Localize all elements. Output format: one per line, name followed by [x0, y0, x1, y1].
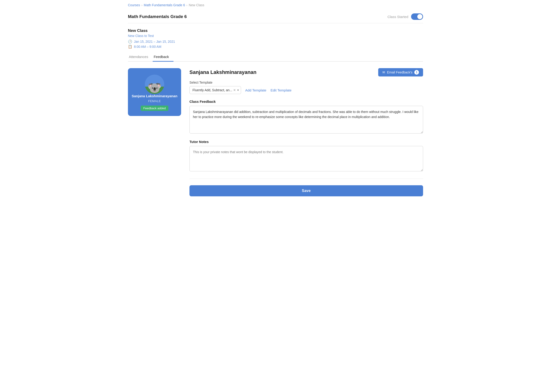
template-row: Fluently Add, Subtract, an... ✕ ▾ Add Te… — [189, 86, 423, 94]
breadcrumb-courses[interactable]: Courses — [128, 3, 140, 7]
template-select-wrapper: Fluently Add, Subtract, an... ✕ ▾ — [189, 86, 241, 94]
student-card: 🐨 Sanjana Lakshminarayanan FEMALE Feedba… — [128, 68, 181, 116]
breadcrumb: Courses › Math Fundamentals Grade 6 › Ne… — [128, 0, 423, 9]
tabs: Attendances Feedback — [128, 52, 423, 62]
class-name: New Class — [128, 28, 423, 33]
feedback-form: Sanjana Lakshminarayanan ✉ Email Feedbac… — [189, 68, 423, 196]
template-section: Select Template Fluently Add, Subtract, … — [189, 81, 423, 94]
breadcrumb-sep-2: › — [186, 3, 187, 7]
avatar: 🐨 — [145, 75, 164, 94]
clock-icon: 🕐 — [128, 40, 132, 44]
student-gender: FEMALE — [148, 99, 161, 103]
main-content: 🐨 Sanjana Lakshminarayanan FEMALE Feedba… — [128, 68, 423, 196]
select-template-label: Select Template — [189, 81, 423, 84]
breadcrumb-current: New Class — [189, 3, 204, 7]
class-feedback-label: Class Feedback — [189, 99, 423, 104]
class-started-area: Class Started — [387, 14, 423, 20]
class-feedback-textarea[interactable] — [189, 106, 423, 133]
tutor-notes-section: Tutor Notes — [189, 140, 423, 172]
tab-attendances[interactable]: Attendances — [128, 52, 153, 62]
class-date-row: 🕐 Jan 15, 2021 – Jan 15, 2021 — [128, 40, 423, 44]
email-feedback-button[interactable]: ✉ Email Feedback's 1 — [378, 68, 423, 77]
class-subtitle: New Class to Test — [128, 34, 423, 38]
class-feedback-section: Class Feedback — [189, 99, 423, 134]
class-meta: 🕐 Jan 15, 2021 – Jan 15, 2021 📋 8:00 AM … — [128, 40, 423, 49]
class-started-toggle[interactable] — [411, 14, 423, 20]
add-template-link[interactable]: Add Template — [245, 88, 266, 92]
course-title: Math Fundamentals Grade 6 — [128, 14, 187, 19]
email-count-badge: 1 — [414, 70, 419, 75]
edit-template-link[interactable]: Edit Template — [270, 88, 291, 92]
class-started-label: Class Started — [387, 15, 408, 19]
header-bar: Math Fundamentals Grade 6 Class Started — [128, 9, 423, 23]
divider — [189, 179, 423, 179]
feedback-badge: Feedback added — [141, 105, 169, 111]
breadcrumb-course[interactable]: Math Fundamentals Grade 6 — [144, 3, 185, 7]
class-date: Jan 15, 2021 – Jan 15, 2021 — [134, 40, 175, 43]
student-card-name: Sanjana Lakshminarayanan — [132, 94, 177, 98]
class-time: 8:00 AM – 9:00 AM — [134, 45, 161, 49]
breadcrumb-sep-1: › — [141, 3, 142, 7]
class-info: New Class New Class to Test 🕐 Jan 15, 20… — [128, 23, 423, 52]
save-button[interactable]: Save — [189, 185, 423, 196]
tab-feedback[interactable]: Feedback — [153, 52, 174, 62]
email-button-label: Email Feedback's — [387, 70, 413, 74]
calendar-icon: 📋 — [128, 45, 132, 49]
student-full-name: Sanjana Lakshminarayanan — [189, 69, 257, 75]
koala-icon: 🐨 — [147, 82, 162, 94]
feedback-form-header: Sanjana Lakshminarayanan ✉ Email Feedbac… — [189, 68, 423, 77]
envelope-icon: ✉ — [382, 70, 385, 74]
clear-template-icon[interactable]: ✕ — [233, 88, 236, 92]
tutor-notes-label: Tutor Notes — [189, 140, 423, 144]
tutor-notes-textarea[interactable] — [189, 146, 423, 171]
class-time-row: 📋 8:00 AM – 9:00 AM — [128, 45, 423, 49]
